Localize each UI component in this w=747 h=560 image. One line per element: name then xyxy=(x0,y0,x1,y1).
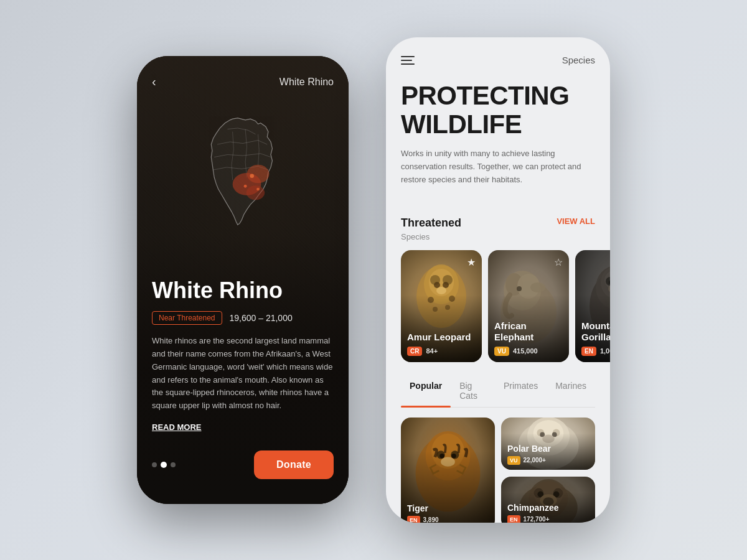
status-badge-cr: CR xyxy=(407,347,422,356)
left-phone-title: White Rhino xyxy=(280,77,334,88)
svg-point-3 xyxy=(250,174,254,179)
right-header: Species xyxy=(386,37,610,75)
status-badge: Near Threatened xyxy=(152,311,222,325)
card-badge-row-gorilla: EN 1,000+ xyxy=(581,347,610,356)
hero-description: Works in unity with many to achieve last… xyxy=(401,147,595,186)
card-name-gorilla: Mountain Gorilla xyxy=(581,320,610,343)
species-label: Species xyxy=(562,55,595,65)
pop-card-info-polar-bear: Polar Bear VU 22,000+ xyxy=(507,444,589,465)
card-badge-row-elephant: VU 415,000 xyxy=(494,347,563,356)
pop-card-info-tiger: Tiger EN 3,890 xyxy=(407,503,489,523)
back-button[interactable]: ‹ xyxy=(152,75,156,89)
card-info-gorilla: Mountain Gorilla EN 1,000+ xyxy=(581,320,610,356)
pop-card-name-chimpanzee: Chimpanzee xyxy=(507,503,589,513)
population-range: 19,600 – 21,000 xyxy=(230,313,293,323)
pop-card-name-polar-bear: Polar Bear xyxy=(507,444,589,454)
pop-count-tiger: 3,890 xyxy=(423,516,439,523)
dot-3 xyxy=(171,462,176,467)
pop-status-tiger: EN xyxy=(407,516,420,523)
right-phone: Species PROTECTING WILDLIFE Works in uni… xyxy=(386,37,610,523)
card-name-leopard: Amur Leopard xyxy=(407,332,476,343)
pop-card-name-tiger: Tiger xyxy=(407,503,489,513)
view-all-button[interactable]: VIEW ALL xyxy=(557,217,595,226)
tab-big-cats[interactable]: Big Cats xyxy=(451,375,495,407)
pop-card-badge-row-chimpanzee: EN 172,700+ xyxy=(507,515,589,523)
animal-info: White Rhino Near Threatened 19,600 – 21,… xyxy=(152,278,334,492)
hero-section: PROTECTING WILDLIFE Works in unity with … xyxy=(386,75,610,217)
phones-container: ‹ White Rhino xyxy=(137,37,610,523)
card-count-leopard: 84+ xyxy=(426,347,438,355)
threatened-subtitle: Species xyxy=(386,232,610,241)
card-info-elephant: African Elephant VU 415,000 xyxy=(494,320,563,356)
threatened-section-header: Threatened VIEW ALL xyxy=(386,217,610,230)
pop-status-chimpanzee: EN xyxy=(507,515,520,523)
donate-button[interactable]: Donate xyxy=(254,450,334,479)
tabs-section: Popular Big Cats Primates Marines xyxy=(386,375,610,408)
popular-card-chimpanzee[interactable]: Chimpanzee EN 172,700+ xyxy=(501,477,595,523)
species-card-gorilla[interactable]: ☆ Mountain Gorilla EN 1,000+ xyxy=(575,250,610,362)
svg-point-2 xyxy=(247,185,265,200)
card-info-leopard: Amur Leopard CR 84+ xyxy=(407,332,476,356)
species-card-elephant[interactable]: ☆ African Elephant VU 415,000 xyxy=(488,250,569,362)
card-name-elephant: African Elephant xyxy=(494,320,563,343)
svg-point-5 xyxy=(256,188,260,191)
tab-popular[interactable]: Popular xyxy=(401,375,451,407)
tab-primates[interactable]: Primates xyxy=(495,375,547,407)
right-phone-content: Species PROTECTING WILDLIFE Works in uni… xyxy=(386,37,610,523)
menu-button[interactable] xyxy=(401,56,415,65)
left-phone-content: ‹ White Rhino xyxy=(137,56,349,504)
popular-card-tiger[interactable]: Tiger EN 3,890 xyxy=(401,418,495,523)
threatened-title: Threatened xyxy=(401,217,461,230)
map-container xyxy=(152,114,334,226)
animal-name: White Rhino xyxy=(152,278,334,303)
pop-status-polar-bear: VU xyxy=(507,456,520,465)
pop-card-info-chimpanzee: Chimpanzee EN 172,700+ xyxy=(507,503,589,523)
favorite-star-leopard[interactable]: ★ xyxy=(467,256,476,268)
pop-card-badge-row-polar-bear: VU 22,000+ xyxy=(507,456,589,465)
pop-card-badge-row-tiger: EN 3,890 xyxy=(407,516,489,523)
left-header: ‹ White Rhino xyxy=(152,68,334,89)
hero-title: PROTECTING WILDLIFE xyxy=(401,82,595,139)
status-row: Near Threatened 19,600 – 21,000 xyxy=(152,311,334,325)
card-badge-row-leopard: CR 84+ xyxy=(407,347,476,356)
tab-marines[interactable]: Marines xyxy=(547,375,595,407)
pop-count-polar-bear: 22,000+ xyxy=(524,457,546,464)
card-count-elephant: 415,000 xyxy=(513,347,538,355)
favorite-star-elephant[interactable]: ☆ xyxy=(554,256,563,268)
read-more-link[interactable]: READ MORE xyxy=(152,422,201,432)
bottom-row: Donate xyxy=(152,450,334,479)
left-phone: ‹ White Rhino xyxy=(137,56,349,504)
status-badge-en: EN xyxy=(581,347,596,356)
tabs: Popular Big Cats Primates Marines xyxy=(401,375,595,408)
popular-card-polar-bear[interactable]: Polar Bear VU 22,000+ xyxy=(501,418,595,470)
africa-map-svg xyxy=(181,114,305,226)
species-cards-scroll: ★ Amur Leopard CR 84+ xyxy=(386,250,610,362)
dot-2 xyxy=(161,462,167,468)
carousel-dots xyxy=(152,462,176,468)
pop-count-chimpanzee: 172,700+ xyxy=(524,516,550,523)
card-count-gorilla: 1,000+ xyxy=(600,347,610,355)
status-badge-vu: VU xyxy=(494,347,509,356)
dot-1 xyxy=(152,462,157,467)
popular-grid: Tiger EN 3,890 xyxy=(386,418,610,523)
animal-description: White rhinos are the second largest land… xyxy=(152,335,334,413)
species-card-leopard[interactable]: ★ Amur Leopard CR 84+ xyxy=(401,250,482,362)
svg-point-4 xyxy=(244,185,247,188)
